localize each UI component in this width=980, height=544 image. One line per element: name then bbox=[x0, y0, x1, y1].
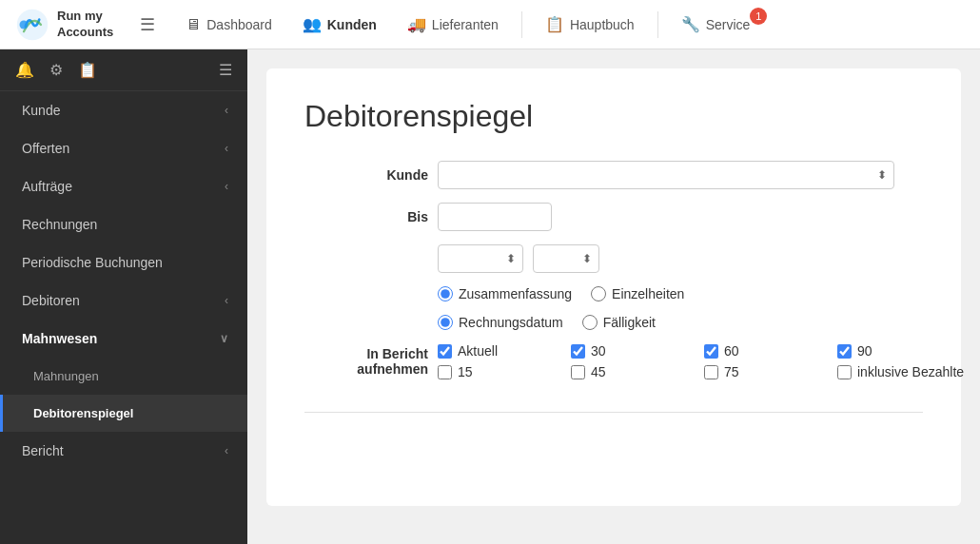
in-bericht-row: In Bericht aufnehmen Aktuell 30 bbox=[304, 343, 923, 379]
section-divider bbox=[304, 412, 923, 413]
checkbox-aktuell[interactable]: Aktuell bbox=[438, 343, 571, 359]
checkbox-45[interactable]: 45 bbox=[571, 364, 704, 379]
top-nav: Run my Accounts ☰ 🖥 Dashboard 👥 Kunden 🚚… bbox=[0, 0, 980, 49]
checkbox-75-input[interactable] bbox=[704, 365, 718, 379]
content-card: Debitorenspiegel Kunde Bis bbox=[266, 68, 961, 506]
service-badge: 1 bbox=[750, 8, 767, 25]
checkbox-90[interactable]: 90 bbox=[837, 343, 970, 359]
sidebar-item-rechnungen[interactable]: Rechnungen bbox=[0, 205, 247, 243]
checkbox-15-input[interactable] bbox=[438, 365, 452, 379]
radio-faelligkeit[interactable]: Fälligkeit bbox=[582, 315, 656, 330]
kunde-label: Kunde bbox=[304, 167, 428, 183]
grid-icon[interactable]: ☰ bbox=[219, 61, 232, 79]
content-area: Debitorenspiegel Kunde Bis bbox=[247, 49, 980, 544]
radio-faelligkeit-input[interactable] bbox=[582, 315, 598, 330]
nav-service[interactable]: 🔧 Service bbox=[670, 10, 762, 39]
nav-separator-2 bbox=[657, 11, 658, 38]
logo-text: Run my Accounts bbox=[57, 9, 113, 41]
lieferanten-icon: 🚚 bbox=[407, 15, 426, 33]
svg-point-1 bbox=[20, 20, 29, 29]
radio-einzelheiten-input[interactable] bbox=[591, 286, 606, 301]
sidebar-top-icons: 🔔 ⚙ 📋 ☰ bbox=[0, 49, 247, 91]
hauptbuch-icon: 📋 bbox=[545, 15, 564, 33]
checkbox-inklusive-input[interactable] bbox=[837, 365, 852, 379]
logo: Run my Accounts bbox=[15, 8, 113, 42]
bis-label: Bis bbox=[304, 209, 428, 224]
main-layout: 🔔 ⚙ 📋 ☰ Kunde ‹ Offerten ‹ Aufträge ‹ Re… bbox=[0, 49, 980, 544]
selects-row bbox=[304, 244, 923, 273]
sidebar-item-bericht[interactable]: Bericht ‹ bbox=[0, 432, 247, 470]
view-type-radio-group: Zusammenfassung Einzelheiten bbox=[438, 286, 923, 301]
in-bericht-label: In Bericht aufnehmen bbox=[304, 346, 428, 377]
gear-icon[interactable]: ⚙ bbox=[49, 61, 63, 79]
dashboard-icon: 🖥 bbox=[186, 16, 201, 33]
nav-service-wrapper: 🔧 Service 1 bbox=[670, 10, 762, 39]
kunde-select-wrapper bbox=[438, 161, 894, 189]
sidebar-item-kunde[interactable]: Kunde ‹ bbox=[0, 91, 247, 129]
select-year-wrapper bbox=[533, 244, 599, 273]
chevron-down-icon: ∨ bbox=[220, 332, 228, 345]
bis-input[interactable] bbox=[438, 203, 552, 231]
radio-zusammenfassung[interactable]: Zusammenfassung bbox=[438, 286, 572, 301]
nav-dashboard[interactable]: 🖥 Dashboard bbox=[174, 10, 284, 39]
kunden-icon: 👥 bbox=[303, 15, 322, 33]
kunde-select[interactable] bbox=[438, 161, 894, 189]
checkbox-aktuell-input[interactable] bbox=[438, 344, 452, 359]
date-type-radio-group: Rechnungsdatum Fälligkeit bbox=[438, 315, 923, 330]
checkbox-15[interactable]: 15 bbox=[438, 364, 571, 379]
nav-kunden[interactable]: 👥 Kunden bbox=[291, 10, 388, 39]
form-section: Kunde Bis bbox=[304, 161, 923, 413]
sidebar-item-offerten[interactable]: Offerten ‹ bbox=[0, 129, 247, 167]
checkbox-grid: Aktuell 30 60 90 bbox=[438, 343, 970, 379]
month-select[interactable] bbox=[438, 244, 523, 273]
list-icon[interactable]: 📋 bbox=[78, 61, 97, 79]
radio-rechnungsdatum-input[interactable] bbox=[438, 315, 453, 330]
sidebar-item-debitoren[interactable]: Debitoren ‹ bbox=[0, 282, 247, 320]
sidebar-item-mahnungen[interactable]: Mahnungen bbox=[0, 358, 247, 395]
sidebar-item-periodische[interactable]: Periodische Buchungen bbox=[0, 243, 247, 282]
year-select[interactable] bbox=[533, 244, 599, 273]
nav-lieferanten[interactable]: 🚚 Lieferanten bbox=[396, 10, 510, 39]
nav-hauptbuch[interactable]: 📋 Hauptbuch bbox=[534, 10, 646, 39]
sidebar: 🔔 ⚙ 📋 ☰ Kunde ‹ Offerten ‹ Aufträge ‹ Re… bbox=[0, 49, 247, 544]
sidebar-item-auftraege[interactable]: Aufträge ‹ bbox=[0, 167, 247, 205]
bis-row: Bis bbox=[304, 203, 923, 231]
radio-zusammenfassung-input[interactable] bbox=[438, 286, 453, 301]
chevron-right-icon: ‹ bbox=[225, 142, 228, 155]
checkbox-75[interactable]: 75 bbox=[704, 364, 837, 379]
checkbox-60[interactable]: 60 bbox=[704, 343, 837, 359]
checkbox-30[interactable]: 30 bbox=[571, 343, 704, 359]
checkbox-60-input[interactable] bbox=[704, 344, 718, 359]
select-month-wrapper bbox=[438, 244, 523, 273]
chevron-right-icon: ‹ bbox=[225, 444, 228, 457]
checkbox-30-input[interactable] bbox=[571, 344, 585, 359]
page-title: Debitorenspiegel bbox=[304, 99, 923, 134]
radio-rechnungsdatum[interactable]: Rechnungsdatum bbox=[438, 315, 563, 330]
logo-icon bbox=[15, 8, 49, 42]
checkbox-45-input[interactable] bbox=[571, 365, 585, 379]
radio-einzelheiten[interactable]: Einzelheiten bbox=[591, 286, 684, 301]
sidebar-item-mahnwesen[interactable]: Mahnwesen ∨ bbox=[0, 320, 247, 358]
checkbox-90-input[interactable] bbox=[837, 344, 852, 359]
service-icon: 🔧 bbox=[681, 15, 700, 33]
chevron-right-icon: ‹ bbox=[225, 294, 228, 307]
chevron-right-icon: ‹ bbox=[225, 104, 228, 117]
sidebar-item-debitorenspiegel[interactable]: Debitorenspiegel bbox=[0, 395, 247, 432]
bell-icon[interactable]: 🔔 bbox=[15, 61, 34, 79]
kunde-row: Kunde bbox=[304, 161, 923, 189]
nav-separator bbox=[521, 11, 522, 38]
checkbox-inklusive[interactable]: inklusive Bezahlte bbox=[837, 364, 970, 379]
chevron-right-icon: ‹ bbox=[225, 180, 228, 193]
hamburger-button[interactable]: ☰ bbox=[132, 10, 163, 39]
